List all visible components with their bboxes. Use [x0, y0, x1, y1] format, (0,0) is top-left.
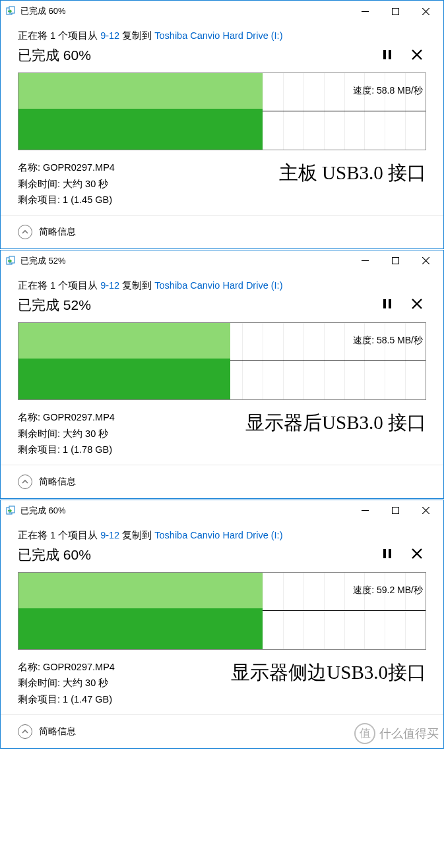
footer-label: 简略信息: [39, 226, 76, 238]
dialog-content: 正在将 1 个项目从 9-12 复制到 Toshiba Canvio Hard …: [1, 272, 443, 465]
items-remaining-label: 剩余项目:: [18, 194, 63, 205]
progress-area-dark: [18, 608, 263, 649]
watermark-text: 什么值得买: [379, 726, 439, 741]
destination-link[interactable]: Toshiba Canvio Hard Drive (I:): [154, 280, 282, 291]
file-copy-dialog: 已完成 60% 正在将 1 个项目从 9-12 复制到 Toshiba Canv…: [0, 500, 444, 749]
close-button[interactable]: [410, 501, 441, 521]
time-remaining-value: 大约 30 秒: [63, 678, 108, 688]
footer-label: 简略信息: [39, 726, 76, 738]
copy-prefix: 正在将 1 个项目从: [18, 530, 100, 540]
minimize-button[interactable]: [350, 501, 380, 521]
copy-mid: 复制到: [119, 280, 154, 291]
time-remaining-label: 剩余时间:: [18, 179, 63, 189]
name-label: 名称:: [18, 162, 43, 173]
dialog-content: 正在将 1 个项目从 9-12 复制到 Toshiba Canvio Hard …: [1, 22, 443, 215]
titlebar[interactable]: 已完成 60%: [1, 500, 443, 521]
window-title: 已完成 60%: [20, 505, 350, 517]
items-remaining-value: 1 (1.45 GB): [63, 194, 112, 205]
svg-rect-23: [392, 507, 398, 514]
progress-status: 已完成 60%: [18, 46, 91, 65]
speed-label: 速度: 58.5 MB/秒: [353, 335, 423, 347]
time-remaining-value: 大约 30 秒: [63, 428, 108, 439]
close-button[interactable]: [410, 1, 441, 21]
minimize-button[interactable]: [350, 1, 380, 21]
items-remaining-value: 1 (1.78 GB): [63, 444, 112, 455]
source-link[interactable]: 9-12: [100, 530, 119, 540]
svg-rect-16: [383, 299, 386, 308]
chevron-up-icon: [18, 724, 32, 739]
pause-button[interactable]: [383, 299, 392, 311]
name-label: 名称:: [18, 412, 43, 422]
items-remaining-label: 剩余项目:: [18, 444, 63, 455]
destination-link[interactable]: Toshiba Canvio Hard Drive (I:): [154, 530, 282, 540]
handwritten-annotation: 主板 USB3.0 接口: [279, 157, 426, 189]
progress-status: 已完成 60%: [18, 546, 91, 564]
fewer-details-toggle[interactable]: 简略信息: [1, 465, 443, 498]
svg-rect-7: [389, 50, 391, 59]
window-controls: [350, 251, 441, 271]
file-name: GOPR0297.MP4: [43, 662, 115, 672]
destination-link[interactable]: Toshiba Canvio Hard Drive (I:): [154, 30, 282, 41]
copy-mid: 复制到: [119, 530, 154, 540]
speed-label: 速度: 58.8 MB/秒: [353, 85, 423, 97]
maximize-button[interactable]: [380, 251, 410, 271]
watermark: 值 什么值得买: [354, 723, 439, 744]
maximize-button[interactable]: [380, 501, 410, 521]
time-remaining-label: 剩余时间:: [18, 678, 63, 688]
file-name: GOPR0297.MP4: [43, 162, 115, 173]
close-button[interactable]: [410, 251, 441, 271]
file-name: GOPR0297.MP4: [43, 412, 115, 422]
copy-details: 显示器侧边USB3.0接口 名称: GOPR0297.MP4 剩余时间: 大约 …: [18, 659, 426, 708]
speed-chart[interactable]: 速度: 58.8 MB/秒: [18, 72, 426, 150]
copy-details: 显示器后USB3.0 接口 名称: GOPR0297.MP4 剩余时间: 大约 …: [18, 409, 426, 458]
svg-rect-13: [392, 258, 398, 264]
time-remaining-label: 剩余时间:: [18, 428, 63, 439]
copy-prefix: 正在将 1 个项目从: [18, 30, 100, 41]
svg-rect-6: [383, 50, 386, 59]
maximize-button[interactable]: [380, 1, 410, 21]
source-link[interactable]: 9-12: [100, 30, 119, 41]
copy-description: 正在将 1 个项目从 9-12 复制到 Toshiba Canvio Hard …: [18, 30, 426, 42]
file-copy-dialog: 已完成 60% 正在将 1 个项目从 9-12 复制到 Toshiba Canv…: [0, 0, 444, 249]
speed-chart[interactable]: 速度: 58.5 MB/秒: [18, 322, 426, 400]
titlebar[interactable]: 已完成 60%: [1, 1, 443, 22]
copy-prefix: 正在将 1 个项目从: [18, 280, 100, 291]
handwritten-annotation: 显示器后USB3.0 接口: [245, 407, 426, 439]
window-controls: [350, 501, 441, 521]
svg-rect-17: [389, 299, 391, 308]
window-title: 已完成 60%: [20, 5, 350, 17]
copy-icon: [6, 506, 16, 516]
pause-button[interactable]: [383, 49, 392, 62]
footer-label: 简略信息: [39, 476, 76, 488]
progress-area-dark: [18, 359, 230, 399]
copy-icon: [6, 256, 16, 266]
svg-rect-26: [383, 549, 386, 558]
chevron-up-icon: [18, 475, 32, 489]
window-controls: [350, 1, 441, 21]
watermark-badge: 值: [354, 723, 375, 744]
svg-rect-27: [389, 549, 391, 558]
fewer-details-toggle[interactable]: 简略信息: [1, 215, 443, 248]
copy-mid: 复制到: [119, 30, 154, 41]
speed-chart[interactable]: 速度: 59.2 MB/秒: [18, 572, 426, 650]
cancel-button[interactable]: [412, 49, 422, 62]
speed-label: 速度: 59.2 MB/秒: [353, 585, 423, 596]
copy-details: 主板 USB3.0 接口 名称: GOPR0297.MP4 剩余时间: 大约 3…: [18, 159, 426, 208]
source-link[interactable]: 9-12: [100, 280, 119, 291]
minimize-button[interactable]: [350, 251, 380, 271]
file-copy-dialog: 已完成 52% 正在将 1 个项目从 9-12 复制到 Toshiba Canv…: [0, 250, 444, 499]
chevron-up-icon: [18, 225, 32, 239]
copy-icon: [6, 6, 16, 16]
pause-button[interactable]: [383, 548, 392, 561]
window-title: 已完成 52%: [20, 255, 350, 267]
handwritten-annotation: 显示器侧边USB3.0接口: [231, 656, 426, 689]
titlebar[interactable]: 已完成 52%: [1, 250, 443, 272]
progress-area-dark: [18, 109, 263, 150]
items-remaining-label: 剩余项目:: [18, 694, 63, 705]
copy-description: 正在将 1 个项目从 9-12 复制到 Toshiba Canvio Hard …: [18, 279, 426, 292]
cancel-button[interactable]: [412, 548, 422, 561]
dialog-content: 正在将 1 个项目从 9-12 复制到 Toshiba Canvio Hard …: [1, 521, 443, 714]
svg-rect-3: [392, 8, 398, 14]
items-remaining-value: 1 (1.47 GB): [63, 694, 112, 705]
cancel-button[interactable]: [412, 299, 422, 311]
